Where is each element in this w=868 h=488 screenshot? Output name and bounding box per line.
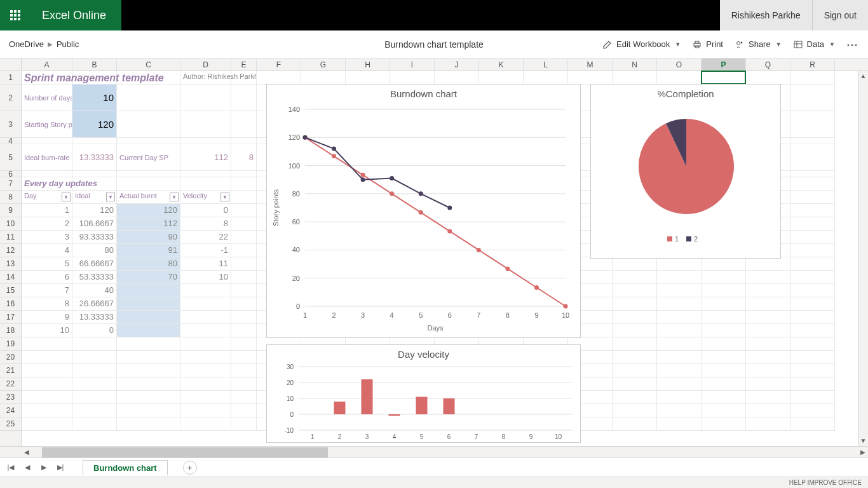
user-name[interactable]: Rishikesh Parkhe	[720, 0, 813, 30]
cell[interactable]	[22, 138, 72, 144]
row-header[interactable]: 7	[0, 177, 21, 191]
cell[interactable]	[657, 351, 702, 364]
cell[interactable]	[746, 351, 790, 364]
cell[interactable]	[22, 337, 72, 351]
cell[interactable]	[613, 71, 657, 85]
cell[interactable]	[702, 351, 746, 364]
cell[interactable]: 10	[180, 271, 231, 284]
cell[interactable]	[117, 111, 180, 138]
row-header[interactable]: 12	[0, 244, 21, 257]
cell[interactable]	[790, 231, 835, 244]
row-header[interactable]: 20	[0, 351, 21, 364]
cell[interactable]	[72, 391, 117, 404]
cell[interactable]: 120	[72, 204, 117, 217]
edit-workbook-button[interactable]: Edit Workbook▼	[602, 39, 681, 50]
cell[interactable]	[790, 351, 835, 364]
cell[interactable]	[790, 85, 835, 111]
tab-prev-icon[interactable]: ◀	[20, 461, 34, 475]
column-header[interactable]: C	[117, 58, 180, 71]
cell[interactable]	[180, 417, 231, 431]
cell[interactable]	[22, 364, 72, 377]
cell[interactable]	[180, 111, 231, 138]
cell[interactable]: 2	[22, 217, 72, 231]
cell[interactable]	[746, 324, 790, 337]
cell[interactable]	[180, 138, 231, 144]
tab-first-icon[interactable]: |◀	[4, 461, 18, 475]
cell[interactable]	[790, 297, 835, 311]
cell[interactable]	[657, 377, 702, 391]
cell[interactable]	[657, 391, 702, 404]
column-header[interactable]: K	[479, 58, 524, 71]
cell[interactable]: 120	[72, 111, 117, 138]
column-header[interactable]: O	[657, 58, 702, 71]
cell[interactable]	[180, 311, 231, 324]
cell[interactable]	[613, 391, 657, 404]
cell[interactable]	[702, 337, 746, 351]
cell[interactable]: Starting Story points	[22, 111, 72, 138]
cell[interactable]	[22, 377, 72, 391]
cell[interactable]	[231, 217, 257, 231]
cell[interactable]: 1	[22, 204, 72, 217]
cell[interactable]	[790, 71, 835, 85]
cell[interactable]	[117, 297, 180, 311]
column-header[interactable]: G	[301, 58, 346, 71]
cell[interactable]	[746, 337, 790, 351]
cell[interactable]	[180, 324, 231, 337]
column-header[interactable]: F	[257, 58, 301, 71]
filter-dropdown-icon[interactable]: ▼	[106, 193, 115, 201]
cell[interactable]: 8	[231, 144, 257, 171]
row-header[interactable]: 21	[0, 364, 21, 377]
cell[interactable]	[22, 171, 72, 177]
cell[interactable]	[746, 417, 790, 431]
filter-dropdown-icon[interactable]: ▼	[170, 193, 179, 201]
cell[interactable]	[790, 324, 835, 337]
cell[interactable]	[180, 351, 231, 364]
cell[interactable]	[613, 377, 657, 391]
column-header[interactable]: Q	[746, 58, 790, 71]
cell[interactable]	[72, 404, 117, 417]
cell[interactable]	[613, 324, 657, 337]
completion-pie-chart[interactable]: %Completion12	[590, 84, 781, 259]
row-header[interactable]: 10	[0, 217, 21, 231]
cell[interactable]	[117, 85, 180, 111]
data-button[interactable]: Data▼	[793, 39, 835, 50]
cell[interactable]	[231, 111, 257, 138]
cell[interactable]: 6	[22, 271, 72, 284]
cell[interactable]: Current Day SP	[117, 144, 180, 171]
row-header[interactable]: 15	[0, 284, 21, 297]
cell[interactable]: Ideal burn-rate	[22, 144, 72, 171]
row-header[interactable]: 14	[0, 271, 21, 284]
cell[interactable]	[613, 297, 657, 311]
row-header[interactable]: 4	[0, 138, 21, 144]
cell[interactable]	[180, 297, 231, 311]
cell[interactable]: 93.33333	[72, 231, 117, 244]
cell[interactable]: 5	[22, 257, 72, 271]
cell[interactable]: 22	[180, 231, 231, 244]
filter-dropdown-icon[interactable]: ▼	[62, 193, 71, 201]
cell[interactable]	[657, 284, 702, 297]
scroll-left-arrow[interactable]: ◀	[22, 449, 32, 456]
cell[interactable]	[346, 71, 390, 85]
cell[interactable]	[790, 217, 835, 231]
cell[interactable]	[790, 191, 835, 204]
cell[interactable]: 11	[180, 257, 231, 271]
cell[interactable]: 8	[22, 297, 72, 311]
cell[interactable]: 120	[117, 204, 180, 217]
scroll-up-arrow[interactable]: ▲	[858, 71, 868, 81]
cell[interactable]: Velocity▼	[180, 191, 231, 204]
select-all-corner[interactable]	[0, 58, 22, 71]
cell[interactable]: 0	[72, 324, 117, 337]
cell[interactable]	[117, 351, 180, 364]
sheet-tab-active[interactable]: Burndown chart	[83, 460, 168, 475]
cell[interactable]	[657, 297, 702, 311]
column-header[interactable]: B	[72, 58, 117, 71]
cell[interactable]: 80	[117, 257, 180, 271]
row-header[interactable]: 6	[0, 171, 21, 177]
cell[interactable]	[790, 271, 835, 284]
column-header[interactable]: R	[790, 58, 835, 71]
cell[interactable]	[702, 377, 746, 391]
cell[interactable]	[180, 391, 231, 404]
cell[interactable]: Every day updates	[22, 177, 231, 191]
cell[interactable]	[117, 171, 180, 177]
column-header[interactable]: J	[435, 58, 479, 71]
